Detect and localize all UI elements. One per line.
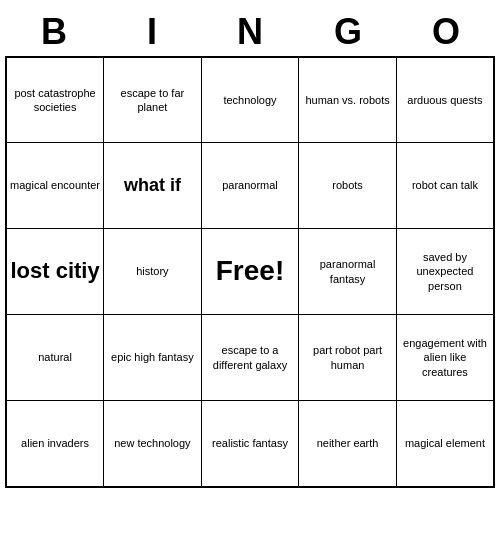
cell-r1-c1[interactable]: what if: [104, 143, 202, 229]
cell-r1-c0[interactable]: magical encounter: [6, 143, 104, 229]
cell-r0-c2[interactable]: technology: [201, 57, 299, 143]
header-i: I: [103, 8, 201, 56]
cell-r0-c0[interactable]: post catastrophe societies: [6, 57, 104, 143]
header-o: O: [397, 8, 495, 56]
cell-r3-c4[interactable]: engagement with alien like creatures: [396, 315, 494, 401]
header-g: G: [299, 8, 397, 56]
cell-r2-c0[interactable]: lost citiy: [6, 229, 104, 315]
header-b: B: [5, 8, 103, 56]
bingo-header: B I N G O: [5, 8, 495, 56]
cell-r3-c0[interactable]: natural: [6, 315, 104, 401]
cell-r1-c3[interactable]: robots: [299, 143, 397, 229]
cell-r0-c4[interactable]: arduous quests: [396, 57, 494, 143]
bingo-container: B I N G O post catastrophe societiesesca…: [5, 8, 495, 488]
bingo-grid: post catastrophe societiesescape to far …: [5, 56, 495, 488]
cell-r3-c1[interactable]: epic high fantasy: [104, 315, 202, 401]
cell-r0-c3[interactable]: human vs. robots: [299, 57, 397, 143]
cell-r2-c2[interactable]: Free!: [201, 229, 299, 315]
cell-r3-c3[interactable]: part robot part human: [299, 315, 397, 401]
cell-r2-c1[interactable]: history: [104, 229, 202, 315]
cell-r4-c3[interactable]: neither earth: [299, 401, 397, 487]
cell-r4-c1[interactable]: new technology: [104, 401, 202, 487]
cell-r2-c3[interactable]: paranormal fantasy: [299, 229, 397, 315]
cell-r1-c4[interactable]: robot can talk: [396, 143, 494, 229]
cell-r4-c4[interactable]: magical element: [396, 401, 494, 487]
cell-r0-c1[interactable]: escape to far planet: [104, 57, 202, 143]
cell-r2-c4[interactable]: saved by unexpected person: [396, 229, 494, 315]
cell-r1-c2[interactable]: paranormal: [201, 143, 299, 229]
cell-r4-c0[interactable]: alien invaders: [6, 401, 104, 487]
cell-r3-c2[interactable]: escape to a different galaxy: [201, 315, 299, 401]
cell-r4-c2[interactable]: realistic fantasy: [201, 401, 299, 487]
header-n: N: [201, 8, 299, 56]
